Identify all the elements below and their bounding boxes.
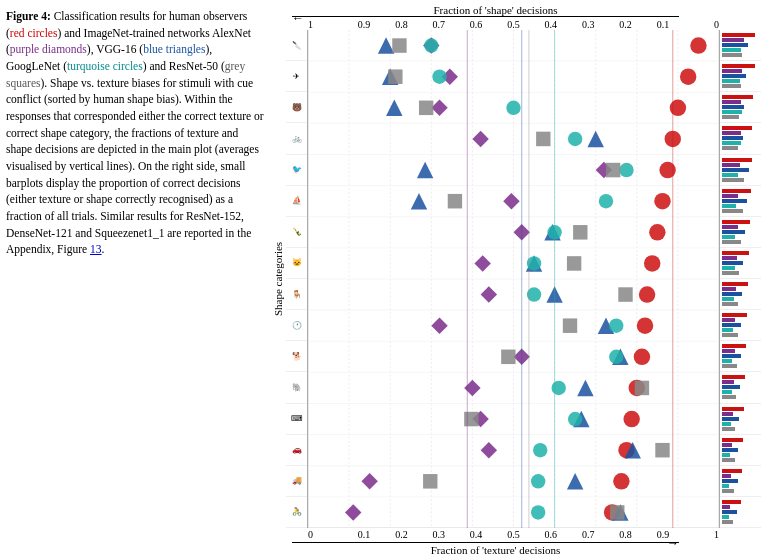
caption-text: Classification results for human observe… [6,10,264,255]
mini-bar-row-8 [720,248,761,279]
svg-rect-71 [618,287,632,302]
svg-point-45 [568,132,582,147]
svg-marker-39 [386,100,402,117]
svg-marker-103 [345,504,361,521]
svg-rect-86 [635,381,649,396]
mini-bar-row-13 [720,404,761,435]
svg-point-80 [609,350,623,365]
svg-point-27 [690,37,706,54]
svg-marker-44 [587,131,603,148]
svg-point-37 [670,100,686,117]
svg-marker-83 [464,380,480,397]
svg-marker-38 [431,100,447,117]
svg-marker-73 [431,317,447,334]
cat-icon-misc: 🚴 [286,497,307,528]
mini-bar-row-6 [720,186,761,217]
svg-point-32 [680,68,696,85]
svg-point-52 [654,193,670,210]
svg-marker-49 [417,162,433,179]
svg-rect-101 [423,474,437,489]
mini-bar-row-15 [720,466,761,497]
svg-marker-54 [411,193,427,210]
svg-point-50 [619,163,633,178]
svg-point-97 [613,473,629,490]
cat-icon-elephant: 🐘 [286,372,307,403]
bottom-axis-label: → Fraction of 'texture' decisions [270,542,761,556]
cat-icon-knife: 🔪 [286,30,307,61]
svg-marker-53 [503,193,519,210]
mini-bar-row-7 [720,217,761,248]
caption-panel: Figure 4: Classification results for hum… [0,0,270,560]
svg-point-72 [637,317,653,334]
svg-marker-93 [481,442,497,459]
cat-icon-boat: ⛵ [286,186,307,217]
svg-rect-31 [392,38,406,53]
svg-point-67 [639,286,655,303]
svg-rect-51 [606,163,620,178]
svg-rect-66 [567,256,581,271]
svg-point-77 [634,349,650,366]
svg-point-35 [432,69,446,84]
mini-bar-row-4 [720,123,761,154]
svg-rect-81 [501,350,515,365]
figure-label: Figure 4: [6,10,51,22]
plot-svg [308,30,719,528]
svg-rect-91 [464,412,478,427]
mini-bars [719,30,761,528]
svg-marker-29 [378,37,394,54]
cat-icon-bear: 🐻 [286,92,307,123]
cat-icon-dog: 🐕 [286,341,307,372]
svg-point-62 [644,255,660,272]
mini-bar-row-10 [720,310,761,341]
svg-point-47 [659,162,675,179]
mini-bar-row-16 [720,497,761,528]
svg-rect-41 [419,101,433,116]
svg-marker-43 [472,131,488,148]
svg-point-105 [531,505,545,520]
svg-point-100 [531,474,545,489]
svg-point-55 [599,194,613,209]
mini-bar-row-2 [720,61,761,92]
svg-rect-96 [655,443,669,458]
svg-point-90 [568,412,582,427]
mini-bar-row-1 [720,30,761,61]
cat-icon-bird: 🐦 [286,155,307,186]
svg-point-95 [533,443,547,458]
y-axis-label-container: Shape categories [270,30,286,528]
svg-point-40 [506,101,520,116]
svg-point-87 [623,411,639,428]
svg-point-75 [609,318,623,333]
svg-rect-61 [573,225,587,240]
mini-bar-row-5 [720,155,761,186]
y-axis-label: Shape categories [272,242,284,316]
svg-point-85 [552,381,566,396]
svg-rect-46 [536,132,550,147]
mini-bar-row-3 [720,92,761,123]
svg-point-30 [424,38,438,53]
svg-marker-63 [474,255,490,272]
mini-bar-row-14 [720,435,761,466]
svg-point-57 [649,224,665,241]
svg-rect-36 [388,69,402,84]
cat-icon-keyboard: ⌨ [286,404,307,435]
cat-icon-cat: 🐱 [286,248,307,279]
main-plot [308,30,719,528]
mini-bar-row-11 [720,341,761,372]
cat-icon-bicycle: 🚲 [286,123,307,154]
category-icons: 🔪 ✈ 🐻 🚲 🐦 ⛵ 🍾 🐱 🪑 🕐 🐕 🐘 ⌨ 🚗 🚚 🚴 [286,30,308,528]
chart-panel: Fraction of 'shape' decisions ← 1 0.9 0.… [270,0,765,560]
cat-icon-airplane: ✈ [286,61,307,92]
mini-bar-row-12 [720,372,761,403]
svg-rect-56 [448,194,462,209]
svg-marker-84 [577,380,593,397]
top-axis-label: Fraction of 'shape' decisions ← [270,4,761,17]
chart-area: Shape categories 🔪 ✈ 🐻 🚲 🐦 ⛵ 🍾 🐱 🪑 🕐 🐕 🐘… [270,30,761,528]
cat-icon-chair: 🪑 [286,279,307,310]
cat-icon-truck: 🚚 [286,466,307,497]
cat-icon-oven: 🚗 [286,435,307,466]
svg-marker-98 [361,473,377,490]
cat-icon-bottle: 🍾 [286,217,307,248]
svg-marker-68 [481,286,497,303]
svg-rect-76 [563,318,577,333]
svg-rect-106 [610,505,624,520]
